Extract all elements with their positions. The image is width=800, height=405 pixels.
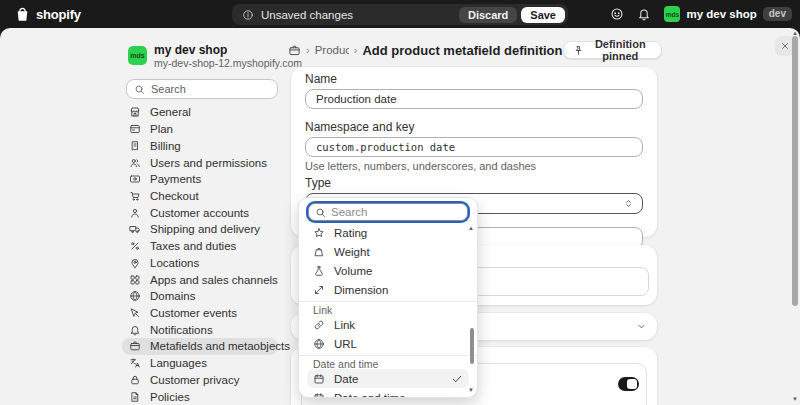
dropdown-section-header: Date and time <box>299 355 477 369</box>
sidebar-item-taxes-and-duties[interactable]: Taxes and duties <box>122 238 278 255</box>
type-dropdown: RatingWeightVolumeDimensionLinkLinkURLDa… <box>298 197 478 398</box>
dropdown-scroll-down-arrow[interactable]: ▼ <box>468 387 474 393</box>
type-option-label: Volume <box>334 265 372 277</box>
type-option-label: URL <box>334 338 357 350</box>
payments-icon <box>129 173 141 185</box>
dropdown-section-header: Link <box>299 301 477 315</box>
store-avatar: mds <box>664 6 680 22</box>
sidebar-nav: GeneralPlanBillingUsers and permissionsP… <box>122 104 278 405</box>
account-menu[interactable]: mds my dev shop dev <box>664 6 792 22</box>
dropdown-scroll-up-arrow[interactable]: ▲ <box>468 225 474 231</box>
sidebar-item-label: Notifications <box>150 324 213 336</box>
sidebar-item-checkout[interactable]: Checkout <box>122 188 278 205</box>
store-icon <box>129 106 141 118</box>
sidebar-item-apps-and-sales-channels[interactable]: Apps and sales channels <box>122 271 278 288</box>
notifications-bell-icon[interactable] <box>637 7 651 21</box>
globe-icon <box>313 338 325 350</box>
sidebar-store-avatar: mds <box>128 46 147 65</box>
namespace-key-input[interactable] <box>305 137 643 157</box>
sidebar-item-general[interactable]: General <box>122 104 278 121</box>
page-scrollbar-thumb[interactable] <box>792 36 798 306</box>
type-option-date-and-time[interactable]: Date and time <box>307 388 469 398</box>
name-label: Name <box>305 73 643 85</box>
settings-search[interactable] <box>126 79 278 99</box>
dropdown-scrollbar-thumb[interactable] <box>470 328 474 364</box>
calendar-icon <box>313 373 325 385</box>
inbox-icon[interactable] <box>610 7 624 21</box>
sidebar-item-label: Metafields and metaobjects <box>150 340 290 352</box>
close-icon <box>780 41 790 51</box>
breadcrumb-parent[interactable]: Products <box>315 44 349 56</box>
dimension-icon <box>313 284 325 296</box>
sidebar-item-label: Apps and sales channels <box>150 274 278 286</box>
unsaved-changes-label: Unsaved changes <box>261 9 459 21</box>
sidebar-item-domains[interactable]: Domains <box>122 288 278 305</box>
name-input[interactable] <box>305 89 643 109</box>
sidebar-item-label: General <box>150 106 191 118</box>
check-icon <box>451 373 463 385</box>
type-option-link[interactable]: Link <box>307 315 469 334</box>
sidebar-item-metafields-and-metaobjects[interactable]: Metafields and metaobjects <box>122 338 278 355</box>
type-option-volume[interactable]: Volume <box>307 261 469 280</box>
sidebar-item-billing[interactable]: Billing <box>122 137 278 154</box>
sidebar-item-label: Customer privacy <box>150 374 239 386</box>
search-icon <box>315 207 326 218</box>
sidebar-item-customer-events[interactable]: Customer events <box>122 305 278 322</box>
discard-button[interactable]: Discard <box>459 7 517 23</box>
sidebar-item-payments[interactable]: Payments <box>122 171 278 188</box>
calendar-clock-icon <box>313 392 325 399</box>
sidebar-item-customer-accounts[interactable]: Customer accounts <box>122 204 278 221</box>
dev-environment-badge: dev <box>763 7 792 21</box>
billing-icon <box>129 140 141 152</box>
sidebar-item-label: Locations <box>150 257 199 269</box>
page-scroll-down-arrow[interactable]: ▼ <box>792 396 798 402</box>
save-button[interactable]: Save <box>521 7 565 23</box>
type-option-label: Date <box>334 373 358 385</box>
sidebar-item-shipping-and-delivery[interactable]: Shipping and delivery <box>122 221 278 238</box>
metafields-icon <box>129 340 141 352</box>
type-option-label: Dimension <box>334 284 388 296</box>
sidebar-item-label: Plan <box>150 123 173 135</box>
type-option-date[interactable]: Date <box>307 369 469 388</box>
sidebar-item-label: Users and permissions <box>150 157 267 169</box>
sidebar-item-users-and-permissions[interactable]: Users and permissions <box>122 154 278 171</box>
type-option-url[interactable]: URL <box>307 334 469 353</box>
sidebar-item-locations[interactable]: Locations <box>122 254 278 271</box>
type-option-weight[interactable]: Weight <box>307 242 469 261</box>
chevron-down-icon <box>636 321 647 332</box>
users-icon <box>129 157 141 169</box>
link-icon <box>313 319 325 331</box>
type-search-input[interactable] <box>331 206 461 218</box>
settings-search-input[interactable] <box>151 83 270 95</box>
settings-modal: mds my dev shop my-dev-shop-12.myshopify… <box>0 28 800 405</box>
sidebar-item-label: Shipping and delivery <box>150 223 260 235</box>
weight-icon <box>313 246 325 258</box>
sidebar-item-customer-privacy[interactable]: Customer privacy <box>122 372 278 389</box>
type-option-dimension[interactable]: Dimension <box>307 280 469 299</box>
page-header: › Products › Add product metafield defin… <box>288 40 662 60</box>
sidebar-item-label: Customer accounts <box>150 207 249 219</box>
sidebar-item-label: Checkout <box>150 190 199 202</box>
toggle-switch[interactable] <box>618 377 639 391</box>
unsaved-changes-bar: Unsaved changes Discard Save <box>232 4 568 25</box>
type-dropdown-list: RatingWeightVolumeDimensionLinkLinkURLDa… <box>307 223 469 398</box>
globe-icon <box>129 290 141 302</box>
breadcrumb-separator: › <box>354 44 358 56</box>
topbar-right: mds my dev shop dev <box>610 0 792 28</box>
sidebar-item-plan[interactable]: Plan <box>122 121 278 138</box>
page-title: Add product metafield definition <box>362 43 562 58</box>
shipping-icon <box>129 223 141 235</box>
sidebar-item-label: Domains <box>150 290 195 302</box>
apps-icon <box>129 274 141 286</box>
sidebar-item-languages[interactable]: Languages <box>122 355 278 372</box>
toggle-knob <box>627 379 637 389</box>
sidebar-item-policies[interactable]: Policies <box>122 388 278 405</box>
type-search[interactable] <box>308 203 468 221</box>
shopify-logo[interactable]: shopify <box>14 6 81 23</box>
type-option-rating[interactable]: Rating <box>307 223 469 242</box>
topbar: shopify Unsaved changes Discard Save mds… <box>0 0 800 28</box>
sidebar-item-notifications[interactable]: Notifications <box>122 321 278 338</box>
definition-pinned-button[interactable]: Definition pinned <box>563 41 663 59</box>
account-store-name: my dev shop <box>686 8 756 20</box>
bell-icon <box>129 324 141 336</box>
